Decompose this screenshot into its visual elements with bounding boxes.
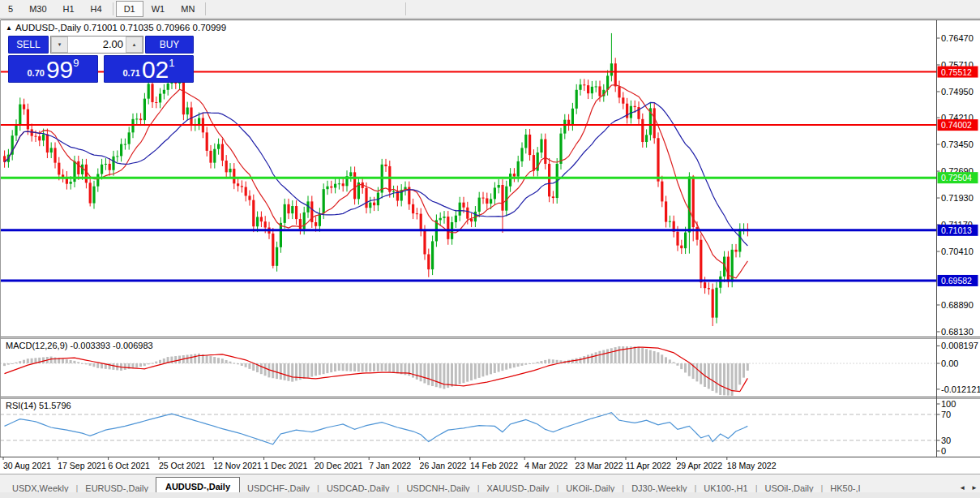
one-click-trade-panel: SELL ▾ 2.00 ▴ BUY 0.70999 0.71021 xyxy=(8,36,194,83)
moving-average-line-10 xyxy=(5,85,748,278)
price-tick-label: 0.70410 xyxy=(941,247,974,256)
volume-input[interactable]: 2.00 xyxy=(68,36,126,53)
macd-histogram xyxy=(3,346,749,396)
volume-increase-icon[interactable]: ▴ xyxy=(126,36,143,53)
macd-indicator-label: MACD(12,26,9) -0.003393 -0.006983 xyxy=(6,341,153,350)
buy-price-sup: 1 xyxy=(169,57,174,69)
rsi-tick-label: 30 xyxy=(941,436,951,445)
volume-spinner: ▾ 2.00 ▴ xyxy=(50,36,143,54)
sell-button[interactable]: SELL xyxy=(8,36,49,54)
date-tick-label: 30 Aug 2021 xyxy=(3,461,51,470)
rsi-line xyxy=(5,413,748,444)
price-tick-label: 0.71930 xyxy=(941,193,974,203)
svg-text:0.74002: 0.74002 xyxy=(941,120,972,130)
date-tick-label: 26 Jan 2022 xyxy=(420,461,467,470)
date-tick-label: 18 May 2022 xyxy=(727,461,777,470)
rsi-tick-label: 70 xyxy=(941,410,951,419)
price-badge-0.71013: 0.71013 xyxy=(938,225,978,236)
svg-text:0.71013: 0.71013 xyxy=(941,225,972,235)
price-tick-label: 0.74950 xyxy=(941,87,974,97)
price-badge-0.75512: 0.75512 xyxy=(938,67,978,78)
macd-tick-label: 0.00 xyxy=(941,358,958,368)
rsi-indicator-label: RSI(14) 51.5796 xyxy=(6,401,71,410)
date-tick-label: 1 Dec 2021 xyxy=(264,461,308,470)
date-tick-label: 25 Oct 2021 xyxy=(159,461,205,470)
macd-tick-label: 0.008197 xyxy=(941,341,978,350)
date-tick-label: 7 Jan 2022 xyxy=(369,461,411,470)
chart-title: ▲AUDUSD-,Daily 0.71001 0.71035 0.70966 0… xyxy=(6,23,226,32)
date-tick-label: 12 Nov 2021 xyxy=(213,461,262,470)
date-tick-label: 11 Apr 2022 xyxy=(626,461,671,470)
buy-price-big: 02 xyxy=(142,58,169,81)
price-axis: 0.764700.757100.749500.742100.734500.726… xyxy=(937,33,974,337)
price-tick-label: 0.68890 xyxy=(941,300,974,310)
price-badge-0.69582: 0.69582 xyxy=(938,275,978,286)
sell-price-sup: 9 xyxy=(73,57,79,69)
macd-signal-line xyxy=(5,347,748,392)
sell-price-box[interactable]: 0.70999 xyxy=(8,55,98,83)
rsi-tick-label: 0 xyxy=(941,446,946,456)
price-tick-label: 0.68130 xyxy=(941,327,974,337)
buy-price-box[interactable]: 0.71021 xyxy=(104,55,194,83)
date-tick-label: 23 Mar 2022 xyxy=(576,461,623,470)
price-tick-label: 0.76470 xyxy=(941,33,974,43)
svg-text:0.69582: 0.69582 xyxy=(941,276,972,285)
date-tick-label: 29 Apr 2022 xyxy=(676,461,722,470)
price-badge-0.72504: 0.72504 xyxy=(938,172,978,183)
window-collapse-icon[interactable]: ▲ xyxy=(6,24,12,32)
sell-price-big: 99 xyxy=(46,58,73,81)
macd-tick-label: -0.012121 xyxy=(941,384,980,394)
price-tick-label: 0.73450 xyxy=(941,140,974,149)
date-tick-label: 14 Feb 2022 xyxy=(470,461,518,470)
date-tick-label: 6 Oct 2021 xyxy=(109,461,151,470)
date-tick-label: 17 Sep 2021 xyxy=(58,461,106,470)
buy-price-prefix: 0.71 xyxy=(122,68,139,78)
date-tick-label: 20 Dec 2021 xyxy=(315,461,363,470)
volume-decrease-icon[interactable]: ▾ xyxy=(51,36,68,53)
rsi-tick-label: 100 xyxy=(941,399,956,409)
price-badge-0.74002: 0.74002 xyxy=(938,119,978,131)
svg-text:0.72504: 0.72504 xyxy=(941,173,972,182)
date-tick-label: 4 Mar 2022 xyxy=(524,461,567,470)
sell-price-prefix: 0.70 xyxy=(27,68,44,78)
chart-title-text: AUDUSD-,Daily 0.71001 0.71035 0.70966 0.… xyxy=(15,23,226,32)
buy-button[interactable]: BUY xyxy=(145,36,194,54)
moving-average-line-24 xyxy=(5,102,748,246)
svg-text:0.75512: 0.75512 xyxy=(941,67,972,77)
